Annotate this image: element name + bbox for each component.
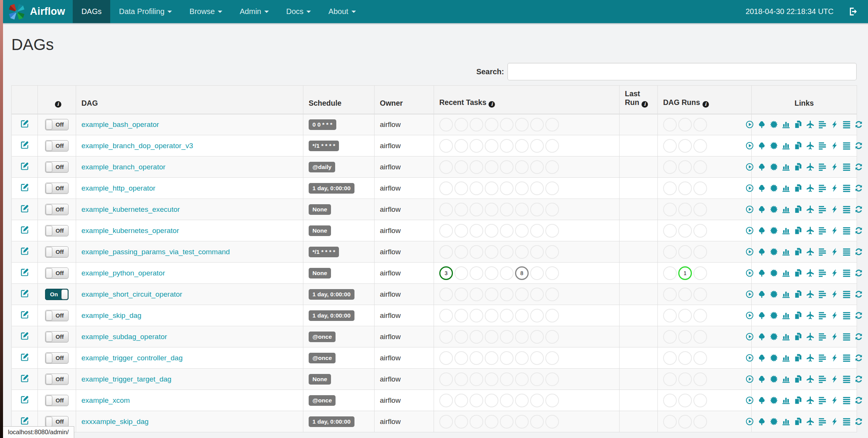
dag-run-circle[interactable] (693, 181, 707, 195)
tree-view-icon[interactable] (757, 226, 766, 235)
dag-pause-toggle[interactable]: Off (45, 246, 69, 258)
recent-task-circle[interactable] (454, 266, 468, 280)
dag-run-circle[interactable] (663, 181, 677, 195)
nav-data-profiling[interactable]: Data Profiling (110, 0, 181, 23)
recent-task-circle[interactable] (485, 181, 498, 195)
dag-pause-toggle[interactable]: Off (45, 161, 69, 173)
recent-task-circle[interactable] (470, 160, 483, 174)
recent-task-circle[interactable] (530, 224, 544, 238)
recent-task-circle[interactable] (545, 224, 559, 238)
edit-dag-button[interactable] (20, 289, 29, 298)
recent-task-circle[interactable] (439, 203, 453, 216)
landing-times-icon[interactable] (806, 205, 815, 214)
dag-link[interactable]: example_trigger_target_dag (81, 375, 172, 383)
task-duration-icon[interactable] (782, 163, 790, 171)
recent-task-circle[interactable] (439, 118, 453, 131)
recent-task-circle[interactable] (545, 415, 559, 429)
recent-task-circle[interactable] (545, 245, 559, 259)
trigger-dag-icon[interactable] (745, 417, 754, 426)
nav-docs[interactable]: Docs (278, 0, 320, 23)
task-instances-icon[interactable] (842, 396, 851, 405)
task-tries-icon[interactable] (794, 290, 802, 299)
recent-task-circle[interactable] (530, 372, 544, 386)
recent-task-circle[interactable] (454, 394, 468, 407)
refresh-icon[interactable] (854, 184, 863, 192)
task-tries-icon[interactable] (794, 354, 802, 362)
task-instances-icon[interactable] (842, 226, 851, 235)
refresh-icon[interactable] (854, 396, 863, 405)
recent-task-circle[interactable] (439, 330, 453, 344)
recent-task-circle[interactable] (515, 351, 529, 365)
edit-dag-button[interactable] (20, 374, 29, 383)
recent-task-circle[interactable] (439, 181, 453, 195)
dag-run-circle[interactable] (693, 160, 707, 174)
tree-view-icon[interactable] (757, 354, 766, 362)
recent-task-circle[interactable] (545, 372, 559, 386)
dag-pause-toggle[interactable]: Off (45, 183, 69, 194)
recent-task-circle[interactable] (545, 394, 559, 407)
recent-task-circle[interactable] (545, 139, 559, 153)
refresh-icon[interactable] (854, 375, 863, 383)
dag-run-circle[interactable] (693, 394, 707, 407)
recent-task-circle[interactable] (530, 139, 544, 153)
recent-task-circle[interactable] (515, 224, 529, 238)
tree-view-icon[interactable] (757, 247, 766, 256)
trigger-dag-icon[interactable] (745, 269, 754, 277)
graph-view-icon[interactable] (770, 332, 778, 341)
dag-run-circle[interactable] (663, 372, 677, 386)
recent-task-circle[interactable] (545, 203, 559, 216)
dag-run-circle[interactable] (678, 394, 692, 407)
recent-task-circle[interactable] (515, 160, 529, 174)
tree-view-icon[interactable] (757, 205, 766, 214)
recent-task-circle[interactable] (530, 330, 544, 344)
dag-run-circle[interactable] (663, 160, 677, 174)
task-duration-icon[interactable] (782, 226, 790, 235)
task-tries-icon[interactable] (794, 163, 802, 171)
task-duration-icon[interactable] (782, 141, 790, 150)
recent-task-circle[interactable] (485, 160, 498, 174)
dag-run-circle[interactable] (678, 351, 692, 365)
code-view-icon[interactable] (830, 375, 839, 383)
recent-task-circle[interactable] (454, 224, 468, 238)
recent-task-circle[interactable] (500, 139, 514, 153)
code-view-icon[interactable] (830, 417, 839, 426)
refresh-icon[interactable] (854, 269, 863, 277)
task-tries-icon[interactable] (794, 184, 802, 192)
task-tries-icon[interactable] (794, 332, 802, 341)
recent-task-circle[interactable] (485, 351, 498, 365)
recent-task-circle[interactable] (454, 181, 468, 195)
task-duration-icon[interactable] (782, 417, 790, 426)
graph-view-icon[interactable] (770, 205, 778, 214)
task-duration-icon[interactable] (782, 332, 790, 341)
recent-task-circle[interactable] (470, 224, 483, 238)
recent-task-circle[interactable] (454, 330, 468, 344)
dag-link[interactable]: example_branch_operator (81, 163, 165, 171)
recent-task-circle[interactable] (530, 118, 544, 131)
task-instances-icon[interactable] (842, 375, 851, 383)
recent-task-circle[interactable] (515, 181, 529, 195)
gantt-view-icon[interactable] (818, 417, 827, 426)
dag-run-circle[interactable] (663, 266, 677, 280)
graph-view-icon[interactable] (770, 354, 778, 362)
task-tries-icon[interactable] (794, 205, 802, 214)
edit-dag-button[interactable] (20, 225, 29, 234)
trigger-dag-icon[interactable] (745, 290, 754, 299)
nav-admin[interactable]: Admin (231, 0, 278, 23)
trigger-dag-icon[interactable] (745, 120, 754, 129)
code-view-icon[interactable] (830, 141, 839, 150)
task-instances-icon[interactable] (842, 290, 851, 299)
recent-task-circle[interactable] (545, 118, 559, 131)
trigger-dag-icon[interactable] (745, 184, 754, 192)
landing-times-icon[interactable] (806, 226, 815, 235)
recent-task-circle[interactable] (545, 288, 559, 301)
graph-view-icon[interactable] (770, 163, 778, 171)
graph-view-icon[interactable] (770, 290, 778, 299)
recent-task-circle[interactable] (470, 245, 483, 259)
task-duration-icon[interactable] (782, 247, 790, 256)
landing-times-icon[interactable] (806, 247, 815, 256)
recent-task-circle[interactable] (545, 351, 559, 365)
recent-task-circle[interactable] (485, 415, 498, 429)
recent-task-circle[interactable] (530, 394, 544, 407)
trigger-dag-icon[interactable] (745, 354, 754, 362)
tree-view-icon[interactable] (757, 269, 766, 277)
